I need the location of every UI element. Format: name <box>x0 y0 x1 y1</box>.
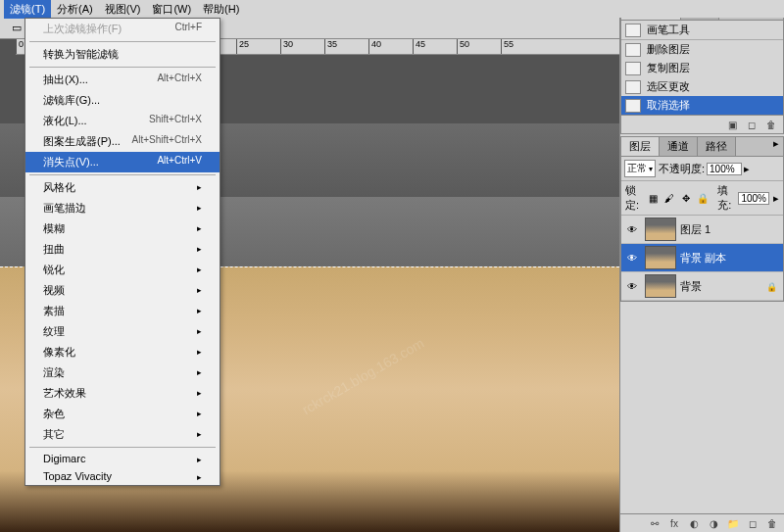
lock-all-icon[interactable]: 🔒 <box>696 191 710 205</box>
new-snapshot-icon[interactable]: ▣ <box>724 118 740 131</box>
menu-pattern-maker[interactable]: 图案生成器(P)...Alt+Shift+Ctrl+X <box>25 131 220 152</box>
watermark-text: rckrck21.blog.163.com <box>299 335 426 417</box>
menu-texture[interactable]: 纹理 <box>25 321 220 342</box>
history-item[interactable]: 取消选择 <box>621 96 783 115</box>
group-icon[interactable]: 📁 <box>725 516 741 530</box>
menu-brush-strokes[interactable]: 画笔描边 <box>25 198 220 218</box>
menu-other[interactable]: 其它 <box>25 424 220 445</box>
mask-icon[interactable]: ◐ <box>686 516 702 530</box>
lock-label: 锁定: <box>625 183 642 213</box>
layers-panel: 图层 通道 路径 ▸ 正常 不透明度: 100%▸ 锁定: ▦ 🖌 ✥ 🔒 填充… <box>620 136 784 302</box>
lock-position-icon[interactable]: ✥ <box>679 191 693 205</box>
layer-row[interactable]: 背景 <box>621 272 783 301</box>
menu-topaz[interactable]: Topaz Vivacity <box>25 467 220 485</box>
history-item[interactable]: 复制图层 <box>621 59 783 77</box>
layers-footer: ⚯ fx ◐ ◑ 📁 ◻ 🗑 <box>620 513 784 532</box>
menu-stylize[interactable]: 风格化 <box>25 177 220 198</box>
new-doc-icon[interactable]: ◻ <box>744 118 760 131</box>
delete-layer-icon <box>625 43 641 57</box>
menu-view[interactable]: 视图(V) <box>99 0 147 19</box>
fill-input[interactable]: 100% <box>738 192 769 205</box>
right-panels: 历史记录 动作 ▸ × 画笔工具 删除图层 复制图层 选区更改 取消选择 ▣ ◻… <box>619 0 784 532</box>
visibility-icon[interactable] <box>627 280 637 292</box>
history-item[interactable]: 删除图层 <box>621 40 783 59</box>
menu-digimarc[interactable]: Digimarc <box>25 450 220 467</box>
selection-icon <box>625 80 641 94</box>
menu-noise[interactable]: 杂色 <box>25 404 220 424</box>
menu-filter-gallery[interactable]: 滤镜库(G)... <box>25 90 220 111</box>
history-item[interactable]: 画笔工具 <box>621 21 783 39</box>
tab-channels[interactable]: 通道 <box>660 137 698 156</box>
tool-icon[interactable]: ▭ <box>8 21 25 35</box>
blend-mode-select[interactable]: 正常 <box>624 160 656 177</box>
layer-row[interactable]: 背景 副本 <box>621 244 783 272</box>
layer-name[interactable]: 背景 副本 <box>680 251 781 266</box>
fx-icon[interactable]: fx <box>666 516 682 530</box>
layer-name[interactable]: 背景 <box>680 279 762 294</box>
lock-icon <box>766 280 781 292</box>
history-panel: 历史记录 动作 ▸ × 画笔工具 删除图层 复制图层 选区更改 取消选择 ▣ ◻… <box>620 0 784 134</box>
new-layer-icon[interactable]: ◻ <box>745 516 760 530</box>
brush-icon <box>625 24 641 37</box>
tab-layers[interactable]: 图层 <box>621 137 660 156</box>
fill-label: 填充: <box>717 183 734 213</box>
lock-transparency-icon[interactable]: ▦ <box>646 191 660 205</box>
trash-icon[interactable]: 🗑 <box>763 118 779 131</box>
menu-analysis[interactable]: 分析(A) <box>51 0 99 19</box>
adjustment-icon[interactable]: ◑ <box>706 516 721 530</box>
deselect-icon <box>625 99 641 113</box>
menu-sharpen[interactable]: 锐化 <box>25 260 220 280</box>
menu-liquify[interactable]: 液化(L)...Shift+Ctrl+X <box>25 111 220 131</box>
menu-extract[interactable]: 抽出(X)...Alt+Ctrl+X <box>25 70 220 90</box>
visibility-icon[interactable] <box>627 252 637 264</box>
menu-convert-smart[interactable]: 转换为智能滤镜 <box>25 44 220 65</box>
layer-thumbnail <box>645 218 676 241</box>
menu-pixelate[interactable]: 像素化 <box>25 342 220 363</box>
panel-menu-icon[interactable]: ▸ <box>769 137 783 156</box>
visibility-icon[interactable] <box>627 223 637 235</box>
filter-dropdown-menu: 上次滤镜操作(F)Ctrl+F 转换为智能滤镜 抽出(X)...Alt+Ctrl… <box>24 18 220 486</box>
lock-pixels-icon[interactable]: 🖌 <box>662 191 676 205</box>
menu-sketch[interactable]: 素描 <box>25 301 220 321</box>
history-item[interactable]: 选区更改 <box>621 77 783 96</box>
menu-vanishing-point[interactable]: 消失点(V)...Alt+Ctrl+V <box>25 152 220 172</box>
opacity-input[interactable]: 100% <box>707 163 742 175</box>
trash-icon[interactable]: 🗑 <box>764 516 780 530</box>
menu-last-filter[interactable]: 上次滤镜操作(F)Ctrl+F <box>25 19 220 39</box>
link-icon[interactable]: ⚯ <box>647 516 662 530</box>
menu-filter[interactable]: 滤镜(T) <box>4 0 51 19</box>
copy-layer-icon <box>625 62 641 75</box>
menu-video[interactable]: 视频 <box>25 280 220 301</box>
menubar: 滤镜(T) 分析(A) 视图(V) 窗口(W) 帮助(H) <box>0 0 784 18</box>
menu-render[interactable]: 渲染 <box>25 363 220 383</box>
menu-artistic[interactable]: 艺术效果 <box>25 383 220 404</box>
menu-help[interactable]: 帮助(H) <box>197 0 245 19</box>
menu-blur[interactable]: 模糊 <box>25 218 220 239</box>
menu-distort[interactable]: 扭曲 <box>25 239 220 260</box>
layer-thumbnail <box>645 246 676 269</box>
layer-row[interactable]: 图层 1 <box>621 216 783 244</box>
menu-window[interactable]: 窗口(W) <box>146 0 197 19</box>
layer-name[interactable]: 图层 1 <box>680 222 781 237</box>
layer-thumbnail <box>645 274 676 298</box>
opacity-label: 不透明度: <box>659 162 705 176</box>
tab-paths[interactable]: 路径 <box>698 137 736 156</box>
